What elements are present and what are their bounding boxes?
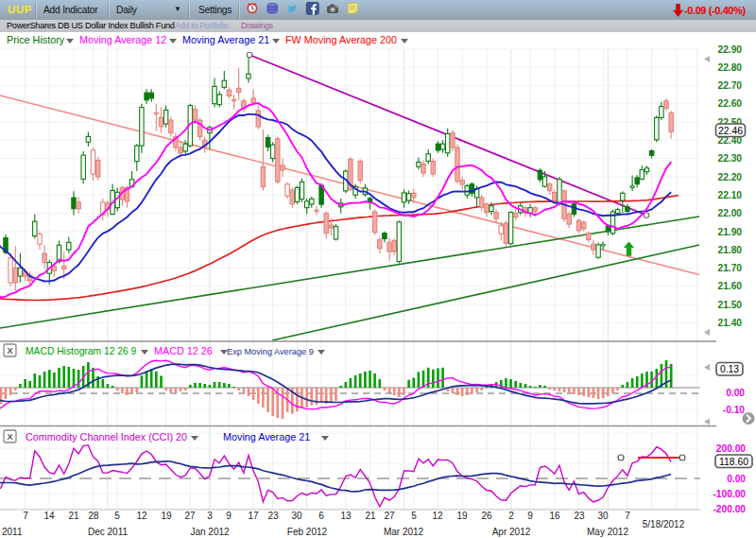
svg-text:9: 9 bbox=[527, 511, 533, 521]
svg-text:27: 27 bbox=[384, 511, 395, 521]
svg-text:0.13: 0.13 bbox=[720, 364, 739, 374]
svg-text:5: 5 bbox=[411, 511, 417, 521]
svg-text:21.80: 21.80 bbox=[718, 245, 743, 255]
svg-text:21.40: 21.40 bbox=[718, 318, 743, 328]
svg-text:MACD 12 26: MACD 12 26 bbox=[154, 345, 213, 356]
svg-text:Feb 2012: Feb 2012 bbox=[287, 527, 328, 537]
svg-text:Commodity Channel Index (CCI): Commodity Channel Index (CCI) 20 bbox=[26, 431, 187, 443]
svg-text:21.60: 21.60 bbox=[718, 281, 743, 291]
svg-text:23: 23 bbox=[267, 511, 279, 521]
svg-text:-0.10: -0.10 bbox=[723, 405, 746, 415]
svg-text:Moving Average 21: Moving Average 21 bbox=[182, 34, 269, 45]
svg-text:19: 19 bbox=[456, 511, 468, 521]
svg-text:14: 14 bbox=[43, 511, 55, 521]
svg-text:21.90: 21.90 bbox=[718, 227, 743, 237]
svg-text:22.30: 22.30 bbox=[718, 153, 743, 164]
svg-text:22.00: 22.00 bbox=[718, 208, 743, 218]
svg-text:Mar 2012: Mar 2012 bbox=[384, 527, 424, 537]
svg-text:30: 30 bbox=[291, 511, 302, 521]
svg-text:MACD Histogram 12 26 9: MACD Histogram 12 26 9 bbox=[26, 346, 137, 356]
svg-text:16: 16 bbox=[549, 511, 560, 521]
svg-text:Jan 2012: Jan 2012 bbox=[190, 527, 230, 537]
svg-text:5: 5 bbox=[114, 511, 120, 521]
svg-text:23: 23 bbox=[574, 511, 585, 521]
svg-text:Dec 2011: Dec 2011 bbox=[88, 527, 129, 537]
svg-text:118.60: 118.60 bbox=[719, 457, 748, 467]
svg-text:5/18/2012: 5/18/2012 bbox=[643, 519, 685, 529]
svg-text:FW Moving Average 200: FW Moving Average 200 bbox=[285, 34, 397, 45]
svg-text:X: X bbox=[7, 346, 12, 356]
svg-text:-200.00: -200.00 bbox=[713, 504, 746, 514]
svg-text:21: 21 bbox=[68, 511, 79, 521]
svg-text:Apr 2012: Apr 2012 bbox=[492, 527, 531, 537]
svg-text:7: 7 bbox=[23, 511, 28, 521]
svg-text:Moving Average 21: Moving Average 21 bbox=[223, 431, 310, 443]
svg-text:22.10: 22.10 bbox=[718, 190, 743, 200]
svg-text:3: 3 bbox=[207, 511, 213, 521]
svg-text:X: X bbox=[7, 432, 12, 442]
svg-text:21.50: 21.50 bbox=[718, 300, 743, 310]
svg-text:200.00: 200.00 bbox=[716, 443, 746, 454]
svg-text:30: 30 bbox=[597, 511, 609, 521]
svg-text:21.70: 21.70 bbox=[718, 263, 743, 273]
svg-text:2011: 2011 bbox=[2, 527, 23, 537]
svg-text:13: 13 bbox=[340, 511, 352, 521]
svg-text:22.70: 22.70 bbox=[718, 80, 743, 91]
svg-text:22.46: 22.46 bbox=[718, 126, 743, 136]
svg-text:22.20: 22.20 bbox=[718, 172, 743, 182]
svg-text:28: 28 bbox=[88, 511, 99, 521]
svg-text:27: 27 bbox=[184, 511, 196, 521]
svg-text:26: 26 bbox=[481, 511, 492, 521]
svg-text:2: 2 bbox=[508, 511, 514, 521]
svg-text:17: 17 bbox=[248, 511, 259, 521]
svg-text:19: 19 bbox=[161, 511, 172, 521]
svg-text:12: 12 bbox=[432, 511, 443, 521]
svg-text:May 2012: May 2012 bbox=[587, 527, 628, 537]
svg-text:Price History: Price History bbox=[7, 34, 65, 45]
svg-text:0.00: 0.00 bbox=[726, 388, 745, 398]
svg-text:9: 9 bbox=[226, 511, 232, 521]
svg-text:22.80: 22.80 bbox=[718, 62, 743, 73]
svg-text:Moving Average 12: Moving Average 12 bbox=[79, 34, 166, 45]
svg-text:0.00: 0.00 bbox=[727, 474, 746, 484]
svg-text:22.90: 22.90 bbox=[718, 44, 743, 55]
svg-text:-100.00: -100.00 bbox=[713, 489, 746, 499]
svg-text:12: 12 bbox=[136, 511, 147, 521]
svg-text:21: 21 bbox=[365, 511, 376, 521]
svg-text:7: 7 bbox=[625, 511, 630, 521]
svg-text:22.60: 22.60 bbox=[718, 98, 743, 109]
svg-text:6: 6 bbox=[318, 511, 324, 521]
svg-text:Exp Moving Average 9: Exp Moving Average 9 bbox=[227, 347, 314, 356]
